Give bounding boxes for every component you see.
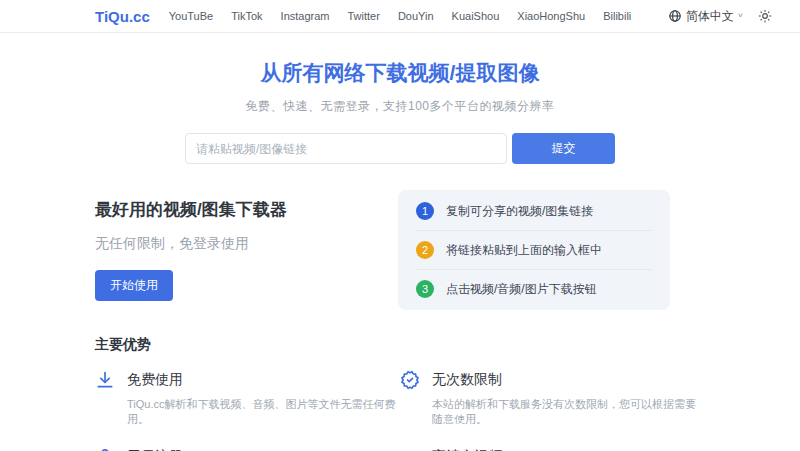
intro-column: 最好用的视频/图集下载器 无任何限制，免登录使用 开始使用: [95, 190, 287, 310]
step-2: 2 将链接粘贴到上面的输入框中: [416, 230, 652, 269]
nav-link-twitter[interactable]: Twitter: [348, 10, 380, 22]
hero-section: 从所有网络下载视频/提取图像 免费、快速、无需登录，支持100多个平台的视频分辨…: [0, 59, 800, 164]
nav-links: YouTuBe TikTok Instagram Twitter DouYin …: [169, 10, 632, 22]
advantage-hd: 高清音视频: [400, 447, 705, 451]
advantage-title: 无次数限制: [432, 371, 502, 389]
step-2-badge: 2: [416, 241, 434, 259]
user-icon: [95, 447, 115, 451]
nav-link-douyin[interactable]: DouYin: [398, 10, 434, 22]
badge-check-icon: [400, 370, 420, 390]
nav-link-kuaishou[interactable]: KuaiShou: [452, 10, 500, 22]
advantage-desc: 本站的解析和下载服务没有次数限制，您可以根据需要随意使用。: [432, 397, 705, 427]
advantage-unlimited: 无次数限制 本站的解析和下载服务没有次数限制，您可以根据需要随意使用。: [400, 370, 705, 427]
download-icon: [95, 370, 115, 390]
video-camera-icon: [400, 447, 420, 451]
nav-link-youtube[interactable]: YouTuBe: [169, 10, 213, 22]
step-1: 1 复制可分享的视频/图集链接: [416, 192, 652, 230]
submit-button[interactable]: 提交: [512, 133, 615, 164]
nav-link-tiktok[interactable]: TikTok: [231, 10, 262, 22]
advantage-title: 免费使用: [127, 371, 183, 389]
nav-link-instagram[interactable]: Instagram: [281, 10, 330, 22]
step-3-badge: 3: [416, 280, 434, 298]
nav-link-bilibili[interactable]: Bilibili: [603, 10, 631, 22]
url-input[interactable]: [185, 133, 507, 164]
step-3: 3 点击视频/音频/图片下载按钮: [416, 269, 652, 308]
step-1-badge: 1: [416, 202, 434, 220]
step-1-text: 复制可分享的视频/图集链接: [446, 203, 593, 220]
advantage-desc: TiQu.cc解析和下载视频、音频、图片等文件无需任何费用。: [127, 397, 400, 427]
nav-link-xiaohongshu[interactable]: XiaoHongShu: [517, 10, 585, 22]
page-subtitle: 免费、快速、无需登录，支持100多个平台的视频分辨率: [0, 98, 800, 115]
intro-steps-section: 最好用的视频/图集下载器 无任何限制，免登录使用 开始使用 1 复制可分享的视频…: [95, 190, 705, 310]
url-form: 提交: [185, 133, 615, 164]
language-label: 简体中文: [686, 8, 734, 25]
nav-right: 简体中文 ˅: [668, 8, 772, 25]
chevron-down-icon: ˅: [738, 12, 743, 20]
advantages-section: 主要优势 免费使用 TiQu.cc解析和下载视频、音频、图片等文件无需任何费用。: [95, 336, 705, 451]
steps-box: 1 复制可分享的视频/图集链接 2 将链接粘贴到上面的输入框中 3 点击视频/音…: [398, 190, 670, 310]
intro-heading: 最好用的视频/图集下载器: [95, 198, 287, 221]
theme-toggle-sun-icon[interactable]: [758, 9, 772, 23]
step-2-text: 将链接粘贴到上面的输入框中: [446, 242, 602, 259]
step-3-text: 点击视频/音频/图片下载按钮: [446, 281, 597, 298]
site-logo[interactable]: TiQu.cc: [95, 8, 150, 25]
language-selector[interactable]: 简体中文 ˅: [668, 8, 743, 25]
navbar: TiQu.cc YouTuBe TikTok Instagram Twitter…: [0, 0, 800, 33]
globe-icon: [668, 9, 682, 23]
advantage-no-register: 无需注册: [95, 447, 400, 451]
advantages-heading: 主要优势: [95, 336, 705, 354]
advantage-free: 免费使用 TiQu.cc解析和下载视频、音频、图片等文件无需任何费用。: [95, 370, 400, 427]
page-title: 从所有网络下载视频/提取图像: [0, 59, 800, 87]
get-started-button[interactable]: 开始使用: [95, 270, 173, 301]
advantages-grid: 免费使用 TiQu.cc解析和下载视频、音频、图片等文件无需任何费用。 无次数限…: [95, 370, 705, 451]
intro-subheading: 无任何限制，免登录使用: [95, 235, 287, 253]
